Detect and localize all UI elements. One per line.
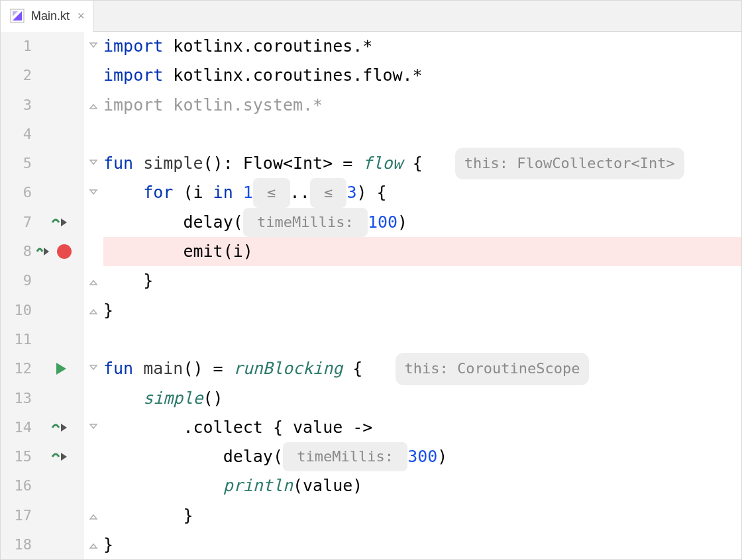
code-line: println(value)	[103, 471, 741, 500]
code-line	[103, 120, 741, 149]
editor-tab-main-kt[interactable]: Main.kt ×	[1, 1, 93, 32]
param-hint: timeMillis:	[283, 442, 407, 471]
svg-marker-12	[90, 515, 97, 519]
fold-marker-icon[interactable]	[89, 423, 98, 432]
line-number[interactable]: 16	[1, 471, 32, 500]
svg-marker-11	[90, 424, 97, 428]
line-number[interactable]: 17	[1, 501, 32, 530]
suspend-call-icon[interactable]	[51, 450, 71, 463]
param-hint: timeMillis:	[243, 208, 368, 237]
code-line: import kotlinx.coroutines.*	[103, 32, 741, 61]
code-area[interactable]: import kotlinx.coroutines.* import kotli…	[103, 32, 741, 559]
line-number[interactable]: 3	[1, 91, 32, 120]
run-icon[interactable]	[54, 361, 68, 376]
suspend-call-icon[interactable]	[36, 245, 53, 258]
code-line: }	[103, 530, 741, 559]
line-number[interactable]: 10	[1, 296, 32, 325]
tab-bar: Main.kt ×	[1, 1, 741, 32]
fold-marker-icon[interactable]	[89, 159, 98, 168]
svg-marker-3	[56, 363, 66, 375]
code-line: delay( timeMillis: 300)	[103, 442, 741, 471]
line-number[interactable]: 15	[1, 442, 32, 471]
line-number[interactable]: 5	[1, 149, 32, 178]
fold-marker-icon[interactable]	[89, 101, 98, 110]
line-number[interactable]: 6	[1, 178, 32, 207]
line-number[interactable]: 8	[1, 237, 32, 266]
fold-marker-icon[interactable]	[89, 42, 98, 51]
line-number[interactable]: 14	[1, 413, 32, 442]
line-number[interactable]: 12	[1, 354, 32, 383]
code-line: }	[103, 501, 741, 530]
fold-marker-icon[interactable]	[89, 511, 98, 520]
inlay-hint: this: FlowCollector<Int>	[455, 148, 684, 179]
line-number[interactable]: 2	[1, 61, 32, 90]
suspend-call-icon[interactable]	[51, 216, 71, 229]
svg-marker-8	[90, 281, 97, 285]
svg-marker-9	[90, 310, 97, 314]
fold-gutter	[83, 32, 103, 559]
code-line: import kotlin.system.*	[103, 91, 741, 120]
suspend-call-icon[interactable]	[51, 421, 71, 434]
svg-marker-13	[90, 544, 97, 548]
svg-marker-4	[90, 43, 97, 47]
editor-area: 1 2 3 4 5 6 7 8 9 10 11 12 13 14 15 16 1…	[1, 32, 741, 559]
line-number-gutter: 1 2 3 4 5 6 7 8 9 10 11 12 13 14 15 16 1…	[1, 32, 38, 559]
line-number[interactable]: 4	[1, 120, 32, 149]
editor-window: Main.kt × 1 2 3 4 5 6 7 8 9 10 11 12 13 …	[0, 0, 742, 560]
svg-marker-7	[90, 190, 97, 194]
kotlin-file-icon	[10, 9, 25, 23]
fold-marker-icon[interactable]	[89, 277, 98, 286]
fold-marker-icon[interactable]	[89, 189, 98, 198]
line-number[interactable]: 18	[1, 530, 32, 559]
code-line: delay( timeMillis: 100)	[103, 208, 741, 237]
svg-marker-6	[90, 160, 97, 164]
fold-marker-icon[interactable]	[89, 540, 98, 549]
line-number[interactable]: 7	[1, 208, 32, 237]
fold-marker-icon[interactable]	[89, 364, 98, 373]
close-icon[interactable]: ×	[78, 9, 85, 23]
code-line: }	[103, 296, 741, 325]
code-line-breakpoint: emit(i)	[103, 237, 741, 266]
line-number[interactable]: 1	[1, 32, 32, 61]
breakpoint-icon[interactable]	[57, 244, 72, 259]
range-hint: ≤	[253, 178, 290, 207]
svg-marker-5	[90, 105, 97, 109]
line-number[interactable]: 13	[1, 384, 32, 413]
fold-marker-icon[interactable]	[89, 306, 98, 315]
inlay-hint: this: CoroutineScope	[396, 353, 590, 385]
code-line: fun main() = runBlocking { this: Corouti…	[103, 354, 741, 383]
icon-gutter	[38, 32, 83, 559]
svg-marker-10	[90, 365, 97, 369]
code-line: fun simple(): Flow<Int> = flow { this: F…	[103, 149, 741, 178]
code-line: .collect { value ->	[103, 413, 741, 442]
code-line: for (i in 1 ≤ .. ≤ 3) {	[103, 178, 741, 207]
range-hint: ≤	[310, 178, 347, 207]
tab-filename: Main.kt	[31, 9, 70, 23]
code-line: simple()	[103, 384, 741, 413]
code-line	[103, 325, 741, 354]
code-line: }	[103, 266, 741, 295]
code-line: import kotlinx.coroutines.flow.*	[103, 61, 741, 90]
line-number[interactable]: 9	[1, 266, 32, 295]
line-number[interactable]: 11	[1, 325, 32, 354]
